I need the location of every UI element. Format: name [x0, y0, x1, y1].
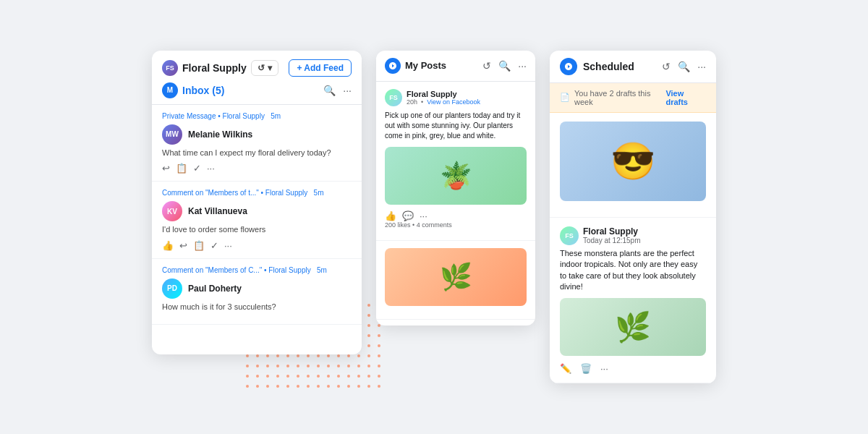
user-name: Kat Villanueva: [188, 206, 247, 216]
note-icon[interactable]: 📋: [193, 240, 205, 251]
scheduled-image-man: [560, 122, 706, 201]
drafts-text: You have 2 drafts this week: [574, 89, 665, 106]
sched-text: These monstera plants are the perfect in…: [560, 248, 706, 293]
more-icon[interactable]: ···: [343, 85, 352, 96]
search-icon[interactable]: 🔍: [323, 85, 336, 96]
sched-name: Floral Supply: [583, 226, 641, 237]
scheduled-post-1: [550, 113, 716, 218]
message-text: I'd love to order some flowers: [162, 224, 352, 235]
refresh-icon[interactable]: ↺: [482, 60, 491, 72]
message-meta: Comment on "Members of C..." • Floral Su…: [162, 266, 352, 274]
message-meta-text: Comment on "Members of C..." • Floral Su…: [162, 266, 311, 274]
message-item: Private Message • Floral Supply 5m MW Me…: [152, 105, 362, 182]
more-sched-icon[interactable]: ···: [600, 363, 608, 374]
comment-icon[interactable]: 💬: [402, 210, 414, 221]
more-icon[interactable]: ···: [518, 60, 527, 72]
check-icon[interactable]: ✓: [210, 240, 218, 251]
message-time: 5m: [317, 266, 327, 274]
tab-icons: 🔍 ···: [323, 85, 352, 96]
message-user-row: MW Melanie Wilkins: [162, 124, 352, 145]
sched-time: Today at 12:15pm: [583, 237, 641, 244]
post-avatar: FS: [385, 89, 402, 106]
inbox-panel: FS Floral Supply ↺ ▾ + Add Feed M Inbox …: [152, 51, 362, 354]
page-selector-button[interactable]: ↺ ▾: [251, 60, 278, 76]
more-action-icon[interactable]: ···: [207, 163, 215, 174]
scheduled-post-2: FS Floral Supply Today at 12:15pm These …: [550, 218, 716, 384]
message-meta: Private Message • Floral Supply 5m: [162, 112, 352, 120]
user-name: Melanie Wilkins: [188, 129, 252, 140]
add-feed-button[interactable]: + Add Feed: [289, 59, 352, 77]
sched-meta: Floral Supply Today at 12:15pm: [583, 226, 641, 244]
inbox-title-row: FS Floral Supply ↺ ▾ + Add Feed: [162, 59, 352, 77]
search-icon[interactable]: 🔍: [498, 60, 511, 72]
post-image: [385, 147, 527, 205]
inbox-avatar: M: [162, 82, 178, 98]
message-meta: Comment on "Members of t..." • Floral Su…: [162, 189, 352, 197]
scheduled-panel: Scheduled ↺ 🔍 ··· 📄 You have 2 drafts th…: [550, 51, 716, 384]
check-icon[interactable]: ✓: [193, 163, 201, 174]
page-name: Floral Supply: [182, 62, 247, 74]
inbox-tab-label: Inbox (5): [182, 85, 224, 96]
sched-avatar: FS: [560, 226, 579, 245]
message-item: Comment on "Members of t..." • Floral Su…: [152, 182, 362, 258]
view-drafts-link[interactable]: View drafts: [665, 89, 706, 106]
scheduled-title-label: Scheduled: [583, 61, 634, 72]
posts-icon: [385, 58, 401, 74]
note-icon[interactable]: 📋: [176, 163, 187, 174]
avatar: PD: [162, 278, 182, 299]
posts-title: My Posts: [385, 58, 446, 74]
message-text: How much is it for 3 succulents?: [162, 302, 352, 312]
refresh-icon[interactable]: ↺: [662, 61, 671, 72]
user-name: Paul Doherty: [188, 284, 242, 294]
drafts-banner-left: 📄 You have 2 drafts this week: [560, 89, 665, 106]
reply-icon[interactable]: ↩: [162, 163, 170, 174]
post-action-row: 👍 💬 ···: [385, 210, 527, 221]
message-user-row: KV Kat Villanueva: [162, 201, 352, 221]
edit-icon[interactable]: ✏️: [560, 363, 571, 374]
like-action-icon[interactable]: 👍: [385, 210, 396, 221]
sched-action-row: ✏️ 🗑️ ···: [560, 363, 706, 374]
post-user-row: FS Floral Supply 20h • View on Facebook: [385, 89, 527, 106]
post-text: Pick up one of our planters today and tr…: [385, 111, 527, 141]
message-item: Comment on "Members of C..." • Floral Su…: [152, 259, 362, 325]
posts-header: My Posts ↺ 🔍 ···: [376, 51, 535, 82]
page-avatar: FS: [162, 60, 178, 76]
message-user-row: PD Paul Doherty: [162, 278, 352, 299]
refresh-icon: ↺: [258, 63, 265, 73]
message-actions: 👍 ↩ 📋 ✓ ···: [162, 240, 352, 251]
drafts-banner: 📄 You have 2 drafts this week View draft…: [550, 83, 716, 113]
like-icon[interactable]: 👍: [162, 240, 174, 251]
message-actions: ↩ 📋 ✓ ···: [162, 163, 352, 174]
posts-tab-icons: ↺ 🔍 ···: [482, 60, 527, 72]
panels-container: FS Floral Supply ↺ ▾ + Add Feed M Inbox …: [137, 36, 731, 399]
delete-icon[interactable]: 🗑️: [580, 363, 592, 374]
chevron-icon: ▾: [268, 63, 272, 73]
search-icon[interactable]: 🔍: [678, 61, 690, 72]
avatar: KV: [162, 201, 182, 221]
post-image-2: [385, 248, 527, 306]
post-meta: Floral Supply 20h • View on Facebook: [407, 90, 480, 106]
more-post-icon[interactable]: ···: [420, 210, 427, 221]
more-action-icon[interactable]: ···: [224, 240, 232, 251]
scheduled-header: Scheduled ↺ 🔍 ···: [550, 51, 716, 83]
message-meta-text: Private Message • Floral Supply: [162, 112, 265, 120]
post-sub: 20h • View on Facebook: [407, 98, 480, 106]
view-on-facebook-link[interactable]: View on Facebook: [427, 98, 480, 106]
posts-panel: My Posts ↺ 🔍 ··· FS Floral Supply 20h • …: [376, 51, 535, 326]
message-meta-text: Comment on "Members of t..." • Floral Su…: [162, 189, 307, 197]
reply-icon[interactable]: ↩: [179, 240, 187, 251]
draft-icon: 📄: [560, 93, 570, 102]
inbox-header: FS Floral Supply ↺ ▾ + Add Feed M Inbox …: [152, 51, 362, 105]
inbox-tab[interactable]: M Inbox (5): [162, 82, 224, 98]
message-time: 5m: [271, 112, 281, 120]
avatar: MW: [162, 124, 182, 145]
scheduled-title: Scheduled: [560, 58, 634, 75]
post-item: FS Floral Supply 20h • View on Facebook …: [376, 82, 535, 241]
post-item-2: [376, 241, 535, 320]
more-icon[interactable]: ···: [697, 61, 706, 72]
scheduled-image-monstera: [560, 298, 706, 356]
page-selector: FS Floral Supply ↺ ▾: [162, 60, 278, 76]
sched-user-row: FS Floral Supply Today at 12:15pm: [560, 226, 706, 245]
scheduled-actions: ↺ 🔍 ···: [662, 61, 706, 72]
message-time: 5m: [314, 189, 324, 197]
